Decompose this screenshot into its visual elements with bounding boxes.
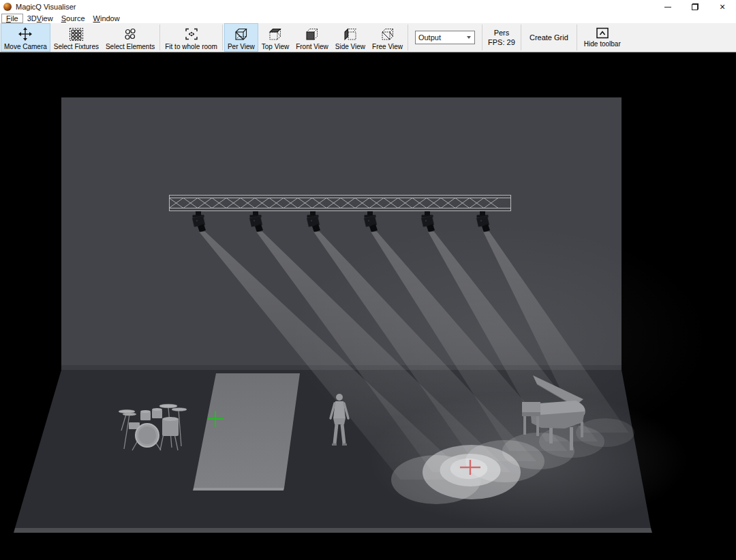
stage-front-edge: [14, 528, 652, 533]
select-fixtures-icon: [67, 25, 85, 43]
hide-toolbar-button[interactable]: Hide toolbar: [579, 23, 626, 52]
chevron-up-box-icon: [596, 27, 609, 40]
side-view-button[interactable]: Side View: [332, 23, 369, 52]
select-elements-button[interactable]: Select Elements: [102, 23, 158, 52]
output-select[interactable]: Output: [415, 31, 475, 44]
restore-button[interactable]: [681, 0, 709, 14]
restore-icon: [692, 3, 699, 10]
3d-viewport[interactable]: [0, 52, 736, 560]
minimize-button[interactable]: [654, 0, 681, 14]
chevron-down-icon: [463, 36, 474, 39]
projection-mode-label: Pers: [494, 28, 510, 37]
create-grid-button[interactable]: Create Grid: [523, 23, 575, 52]
beam-floor-pool: [576, 418, 634, 447]
free-view-icon: [379, 25, 397, 43]
move-camera-button[interactable]: Move Camera: [1, 23, 50, 52]
title-bar: MagicQ Visualiser ×: [0, 0, 736, 14]
toolbar-separator: [408, 25, 408, 50]
toolbar-separator: [482, 25, 482, 50]
output-select-group: Output: [410, 23, 480, 52]
front-view-button[interactable]: Front View: [292, 23, 332, 52]
toolbar: Move Camera Select Fixtures Select Eleme…: [0, 23, 736, 52]
menu-source[interactable]: Source: [57, 14, 89, 23]
toolbar-separator: [577, 25, 577, 50]
close-icon: ×: [720, 2, 725, 12]
fit-to-whole-room-icon: [183, 25, 200, 43]
toolbar-separator: [521, 25, 521, 50]
toolbar-separator: [222, 25, 223, 50]
fit-to-whole-room-button[interactable]: Fit to whole room: [162, 23, 221, 52]
side-view-icon: [341, 25, 359, 43]
select-fixtures-button[interactable]: Select Fixtures: [50, 23, 102, 52]
output-select-value: Output: [416, 33, 463, 42]
close-button[interactable]: ×: [709, 0, 736, 14]
free-view-button[interactable]: Free View: [369, 23, 406, 52]
menu-window[interactable]: Window: [89, 14, 124, 23]
fps-label: FPS: 29: [488, 37, 515, 47]
front-view-icon: [303, 25, 321, 43]
menu-file[interactable]: File: [1, 14, 23, 23]
render-status: Pers FPS: 29: [484, 23, 519, 52]
per-view-button[interactable]: Per View: [224, 23, 258, 52]
toolbar-separator: [159, 25, 160, 50]
top-view-icon: [266, 25, 284, 43]
per-view-icon: [232, 25, 250, 43]
minimize-icon: [664, 7, 671, 7]
menu-bar: File 3D View Source Window: [0, 14, 736, 23]
select-elements-icon: [121, 25, 139, 43]
window-title: MagicQ Visualiser: [16, 3, 76, 11]
top-view-button[interactable]: Top View: [258, 23, 292, 52]
app-logo-icon: [3, 3, 12, 11]
menu-3d-view[interactable]: 3D View: [23, 14, 57, 23]
move-camera-icon: [16, 25, 34, 43]
